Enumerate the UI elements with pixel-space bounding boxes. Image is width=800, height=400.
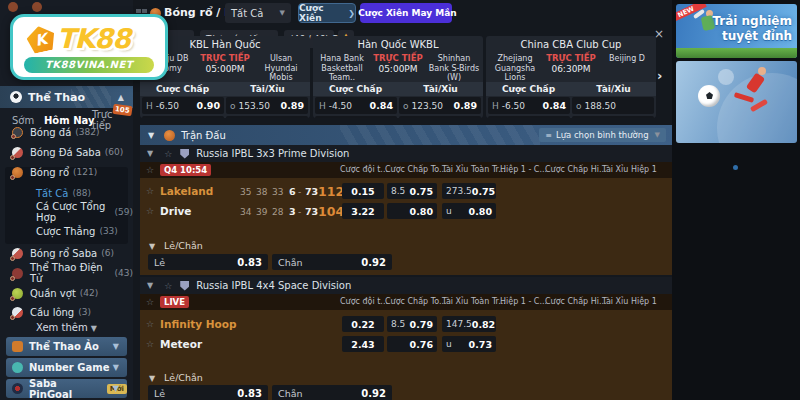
odds-under[interactable]: u188.50 xyxy=(572,116,654,118)
odds-away-handicap[interactable]: A+6.500.93 xyxy=(488,116,570,118)
sidebar-section-number-game[interactable]: Number Game▼ xyxy=(6,358,127,377)
featured-card[interactable]: Hàn Quốc WKBL Hana Bank Basketball Team.… xyxy=(313,36,483,118)
sidebar-section-virtual-sports[interactable]: Thể Thao Ảo▼ xyxy=(6,337,127,356)
odds-home-handicap[interactable]: H-6.500.84 xyxy=(488,97,570,114)
odd-bet[interactable]: Lẻ0.83 xyxy=(148,254,268,270)
away-team: Shinhan Bank S-Birds (W) xyxy=(425,53,483,82)
star-icon[interactable]: ☆ xyxy=(146,165,154,175)
live-label: TRỰC TIẾP xyxy=(371,53,425,64)
star-icon[interactable]: ☆ xyxy=(146,186,154,196)
sidebar-item-tennis[interactable]: Quần vợt(42) xyxy=(0,285,133,301)
quarter-score: 28 xyxy=(272,207,283,217)
odds-over[interactable]: o153.500.89 xyxy=(226,97,308,114)
brand-logo[interactable]: K TK88 TK88VINA.NET xyxy=(10,14,168,80)
star-icon[interactable]: ☆ xyxy=(164,149,172,159)
moneyline-odds[interactable]: 0.22 xyxy=(342,316,384,332)
column-header: Tài Xỉu Hiệp 1 xyxy=(602,165,657,174)
odds-over[interactable]: o123.500.89 xyxy=(399,97,481,114)
handicap-odds[interactable]: 0.80 xyxy=(387,203,437,219)
odd-bet[interactable]: Lẻ0.83 xyxy=(148,385,268,400)
match-section-bar[interactable]: ▼ Trận Đấu ≡Lựa chọn bình thường▼ xyxy=(140,125,672,145)
chevron-right-icon: ❯ xyxy=(348,9,355,18)
parlay-button[interactable]: Cược Xiên❯ xyxy=(298,3,356,23)
star-icon[interactable]: ☆ xyxy=(146,319,154,329)
sidebar-item-all[interactable]: Tất Cả(88) xyxy=(0,185,133,201)
league-filter-select[interactable]: Tất Cả▼ xyxy=(225,3,291,23)
odds-away-handicap[interactable]: A+4.500.95 xyxy=(315,116,397,118)
sidebar-item-basketball-saba[interactable]: Bóng rổ Saba(6) xyxy=(0,245,133,261)
item-count: (43) xyxy=(115,268,133,278)
column-header: Cược đội t... xyxy=(340,297,388,306)
total-odds[interactable]: u0.80 xyxy=(442,203,496,219)
odds-value: 0.83 xyxy=(237,257,262,268)
promo-banner-bottom[interactable] xyxy=(676,61,797,143)
sidebar-item-badminton[interactable]: Cầu lông(3) xyxy=(0,304,133,320)
view-mode-value: Lựa chọn bình thường xyxy=(556,130,649,140)
chevron-down-icon[interactable]: ▼ xyxy=(148,131,154,140)
bet-label: Lẻ xyxy=(154,388,165,399)
odds-over[interactable]: o188.50 xyxy=(572,97,654,114)
league-row[interactable]: ▼ ☆ Russia IPBL 4x4 Space Division xyxy=(140,277,672,294)
odds-home-handicap[interactable]: H-4.500.84 xyxy=(315,97,397,114)
team-name: Lakeland xyxy=(160,185,213,197)
score-dash: - xyxy=(298,187,301,197)
sidebar-item-straight-bet[interactable]: Cược Thẳng(33) xyxy=(0,223,133,239)
total-odds[interactable]: 273.50.75 xyxy=(442,183,496,199)
even-bet[interactable]: Chẵn0.92 xyxy=(272,385,392,400)
chevron-right-icon[interactable]: › xyxy=(657,68,662,83)
featured-card[interactable]: China CBA Club Cup Zhejiang Guangsha Lio… xyxy=(486,36,656,118)
moneyline-odds[interactable]: 3.22 xyxy=(342,203,384,219)
bet-label: Chẵn xyxy=(278,388,303,399)
odds-under[interactable]: u153.500.88 xyxy=(226,116,308,118)
chevron-down-icon[interactable]: ▼ xyxy=(147,149,153,158)
chevron-down-icon[interactable]: ▼ xyxy=(149,242,155,251)
league-title: Russia IPBL 3x3 Prime Division xyxy=(196,148,349,159)
total-odds[interactable]: 147.50.82 xyxy=(442,316,496,332)
sidebar-item-esports[interactable]: Thể Thao Điện Tử(43) xyxy=(0,265,133,281)
moneyline-odds[interactable]: 0.15 xyxy=(342,183,384,199)
league-row[interactable]: ▼ ☆ Russia IPBL 3x3 Prime Division xyxy=(140,145,672,162)
moneyline-odds[interactable]: 2.43 xyxy=(342,336,384,352)
sidebar-item-basketball[interactable]: Bóng rổ(121) xyxy=(0,164,133,180)
market-header-row: ☆ Q4 10:54 Cược đội t... Cược Chấp To...… xyxy=(140,162,672,178)
star-icon[interactable]: ☆ xyxy=(164,281,172,291)
odds-away-handicap[interactable]: A+6.500.89 xyxy=(142,116,224,118)
star-icon[interactable]: ☆ xyxy=(146,206,154,216)
sidebar-section-saba-pingoal[interactable]: Saba PinGoalMới▼ xyxy=(6,379,127,398)
star-icon[interactable]: ☆ xyxy=(146,297,154,307)
line-value: -6.50 xyxy=(502,101,525,111)
odds-home-handicap[interactable]: H-6.500.90 xyxy=(142,97,224,114)
column-header: Cược Chấp To... xyxy=(385,297,447,306)
promo-banner-top[interactable]: NEW Trải nghiệmtuyệt đỉnh xyxy=(676,4,797,58)
even-bet[interactable]: Chẵn0.92 xyxy=(272,254,392,270)
match-status-badge: Q4 10:54 xyxy=(160,164,211,176)
odds-under[interactable]: u123.500.88 xyxy=(399,116,481,118)
lucky-parlay-button[interactable]: Cược Xiên May Mắn xyxy=(360,3,452,23)
item-count: (3) xyxy=(78,307,91,317)
odds-value: 0.76 xyxy=(410,339,433,350)
odds-value: 0.73 xyxy=(469,339,492,350)
view-mode-select[interactable]: ≡Lựa chọn bình thường▼ xyxy=(539,128,666,142)
odds-value: 0.84 xyxy=(370,100,393,111)
close-icon[interactable]: × xyxy=(654,27,664,41)
sidebar-item-football-saba[interactable]: Bóng Đá Saba(60) xyxy=(0,144,133,160)
show-more-link[interactable]: Xem thêm ▼ xyxy=(0,322,133,333)
quarter-score: 33 xyxy=(272,187,283,197)
carousel-dot[interactable] xyxy=(733,165,738,170)
column-header: Cược Chấp To... xyxy=(385,165,447,174)
team-row: ☆ Drive 34 39 28 3 - 73 104 3.22 0.80 u0… xyxy=(140,201,672,221)
handicap-odds[interactable]: 8.50.79 xyxy=(387,316,437,332)
banner-line1: Trải nghiệm xyxy=(712,14,792,28)
line-value: u xyxy=(446,339,452,349)
total-odds[interactable]: u0.73 xyxy=(442,336,496,352)
chevron-down-icon[interactable]: ▼ xyxy=(149,374,155,383)
sidebar-item-mix-parlay[interactable]: Cá Cược Tổng Hợp(59) xyxy=(0,204,133,220)
chevron-down-icon[interactable]: ▼ xyxy=(147,281,153,290)
handicap-odds[interactable]: 0.76 xyxy=(387,336,437,352)
star-icon[interactable]: ☆ xyxy=(146,339,154,349)
line-value: 8.5 xyxy=(391,319,405,329)
total-score: 112 xyxy=(318,184,344,199)
handicap-odds[interactable]: 8.50.75 xyxy=(387,183,437,199)
sidebar-item-football[interactable]: Bóng đá(382) xyxy=(0,124,133,140)
right-rail-bg xyxy=(672,0,800,400)
